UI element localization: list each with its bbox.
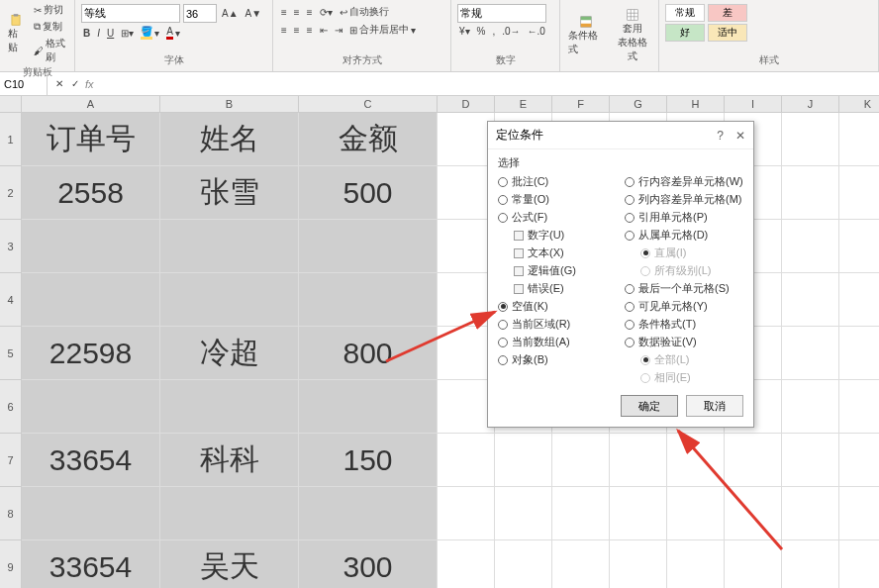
orientation-button[interactable]: ⟳▾ — [318, 6, 335, 19]
cell-J1[interactable] — [782, 113, 839, 166]
cell-C3[interactable] — [299, 220, 438, 273]
fill-color-button[interactable]: 🪣▾ — [139, 25, 161, 41]
option-1[interactable]: 常量(O) — [498, 192, 617, 207]
option-7[interactable]: 空值(K) — [498, 299, 617, 314]
cell-A6[interactable] — [22, 380, 160, 434]
decrease-font-button[interactable]: A▼ — [244, 7, 264, 20]
cell-I7[interactable] — [725, 434, 782, 487]
cell-A8[interactable] — [22, 487, 160, 540]
font-color-button[interactable]: A▾ — [164, 25, 182, 41]
col-header-A[interactable]: A — [22, 96, 160, 113]
cancel-button[interactable]: 取消 — [686, 395, 743, 417]
percent-button[interactable]: % — [475, 25, 488, 38]
cell-D9[interactable] — [438, 540, 495, 588]
cell-F9[interactable] — [552, 540, 610, 588]
font-name-combo[interactable] — [81, 4, 180, 23]
row-header-7[interactable]: 7 — [0, 434, 21, 487]
style-good[interactable]: 好 — [665, 24, 705, 42]
format-painter-button[interactable]: 🖌格式刷 — [32, 36, 70, 65]
option-5[interactable]: 逻辑值(G) — [514, 263, 617, 278]
col-header-D[interactable]: D — [438, 96, 495, 113]
cell-C5[interactable]: 800 — [299, 327, 438, 380]
italic-button[interactable]: I — [95, 27, 102, 40]
cell-C9[interactable]: 300 — [299, 540, 438, 588]
table-format-button[interactable]: 套用 表格格式 — [611, 6, 654, 65]
align-bottom-button[interactable]: ≡ — [305, 6, 315, 19]
row-header-2[interactable]: 2 — [0, 166, 21, 220]
cell-K2[interactable] — [839, 166, 879, 220]
number-format-combo[interactable] — [457, 4, 546, 23]
cell-B8[interactable] — [160, 487, 299, 540]
cell-A4[interactable] — [22, 273, 160, 327]
cell-K6[interactable] — [839, 380, 879, 434]
cell-C7[interactable]: 150 — [299, 434, 438, 487]
select-all-corner[interactable] — [0, 96, 22, 113]
cell-K5[interactable] — [839, 327, 879, 380]
option-7[interactable]: 可见单元格(Y) — [625, 299, 743, 314]
cell-K1[interactable] — [839, 113, 879, 166]
cell-I8[interactable] — [725, 487, 782, 540]
cell-F7[interactable] — [552, 434, 610, 487]
cell-B9[interactable]: 吴天 — [160, 540, 299, 588]
col-header-I[interactable]: I — [725, 96, 782, 113]
decrease-decimal-button[interactable]: ←.0 — [526, 25, 547, 38]
align-left-button[interactable]: ≡ — [279, 24, 289, 37]
cell-B1[interactable]: 姓名 — [160, 113, 299, 166]
cell-D7[interactable] — [438, 434, 495, 487]
option-2[interactable]: 引用单元格(P) — [625, 210, 743, 225]
option-3[interactable]: 数字(U) — [514, 228, 617, 243]
cell-J4[interactable] — [782, 273, 839, 327]
merge-center-button[interactable]: ⊞合并后居中▾ — [347, 22, 418, 38]
row-header-6[interactable]: 6 — [0, 380, 21, 434]
option-8[interactable]: 当前区域(R) — [498, 317, 617, 332]
decrease-indent-button[interactable]: ⇤ — [318, 24, 330, 37]
style-neutral[interactable]: 适中 — [708, 24, 747, 42]
cell-K4[interactable] — [839, 273, 879, 327]
cell-B3[interactable] — [160, 220, 299, 273]
cell-A2[interactable]: 2558 — [22, 166, 160, 220]
copy-button[interactable]: ⧉复制 — [32, 19, 70, 35]
row-header-8[interactable]: 8 — [0, 487, 21, 540]
font-size-combo[interactable] — [183, 4, 217, 23]
cell-H8[interactable] — [667, 487, 725, 540]
cell-H9[interactable] — [667, 540, 725, 588]
style-bad[interactable]: 差 — [708, 4, 747, 22]
cell-H7[interactable] — [667, 434, 725, 487]
cell-K9[interactable] — [839, 540, 879, 588]
cell-J5[interactable] — [782, 327, 839, 380]
increase-indent-button[interactable]: ⇥ — [333, 24, 344, 37]
col-header-K[interactable]: K — [839, 96, 879, 113]
cut-button[interactable]: ✂剪切 — [32, 2, 70, 18]
cell-J7[interactable] — [782, 434, 839, 487]
fx-icon[interactable]: fx — [85, 78, 94, 90]
cell-C1[interactable]: 金额 — [299, 113, 438, 166]
row-header-9[interactable]: 9 — [0, 540, 21, 588]
dialog-close-button[interactable]: ✕ — [735, 129, 745, 143]
align-center-button[interactable]: ≡ — [292, 24, 302, 37]
accept-formula-icon[interactable]: ✓ — [69, 77, 81, 90]
cell-A7[interactable]: 33654 — [22, 434, 160, 487]
cell-E8[interactable] — [495, 487, 552, 540]
row-header-4[interactable]: 4 — [0, 273, 21, 327]
cell-K3[interactable] — [839, 220, 879, 273]
option-10[interactable]: 对象(B) — [498, 352, 617, 367]
option-0[interactable]: 行内容差异单元格(W) — [625, 174, 743, 189]
cell-A9[interactable]: 33654 — [22, 540, 160, 588]
cell-C6[interactable] — [299, 380, 438, 434]
cell-A3[interactable] — [22, 220, 160, 273]
currency-button[interactable]: ¥▾ — [457, 25, 472, 38]
underline-button[interactable]: U — [105, 27, 116, 40]
cell-G8[interactable] — [610, 487, 667, 540]
cell-J8[interactable] — [782, 487, 839, 540]
option-4[interactable]: 文本(X) — [514, 245, 617, 260]
cell-C4[interactable] — [299, 273, 438, 327]
cell-G7[interactable] — [610, 434, 667, 487]
conditional-format-button[interactable]: 条件格式 — [564, 13, 608, 58]
col-header-E[interactable]: E — [495, 96, 552, 113]
cell-C2[interactable]: 500 — [299, 166, 438, 220]
cell-B7[interactable]: 科科 — [160, 434, 299, 487]
option-2[interactable]: 公式(F) — [498, 210, 617, 225]
row-header-3[interactable]: 3 — [0, 220, 21, 273]
option-1[interactable]: 列内容差异单元格(M) — [625, 192, 743, 207]
bold-button[interactable]: B — [81, 27, 92, 40]
